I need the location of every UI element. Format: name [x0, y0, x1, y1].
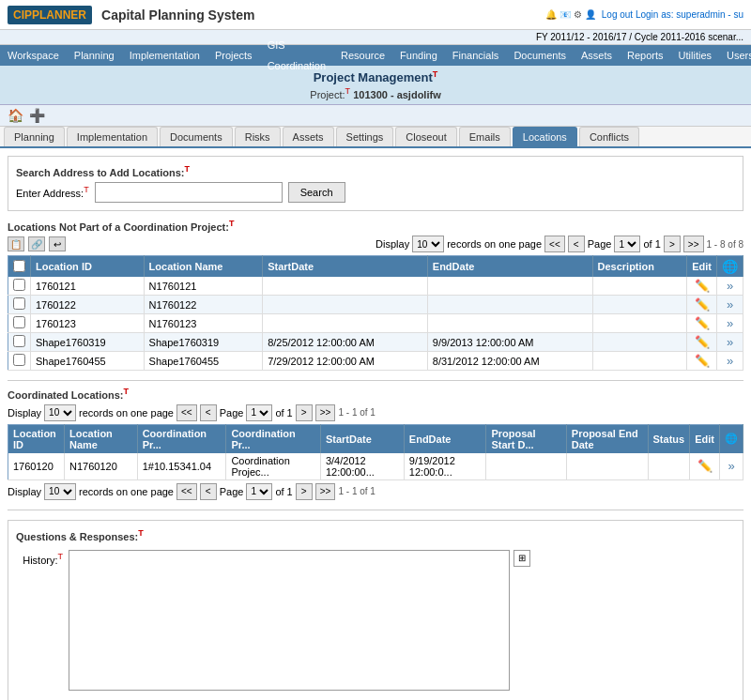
tab-settings[interactable]: Settings — [336, 127, 394, 146]
nav-icon[interactable]: » — [727, 354, 733, 368]
locations-display-select[interactable]: 102550 — [412, 236, 444, 252]
ccol-coord-pr1[interactable]: Coordination Pr... — [137, 424, 226, 453]
coordinated-table-title: Coordinated Locations:T — [8, 387, 743, 401]
edit-icon[interactable]: ✏️ — [695, 335, 710, 349]
tab-emails[interactable]: Emails — [459, 127, 511, 146]
ccol-location-id[interactable]: Location ID — [8, 424, 65, 453]
cnav-icon[interactable]: » — [728, 459, 734, 473]
nav-icon[interactable]: » — [727, 279, 733, 293]
col-edit: Edit — [687, 256, 717, 278]
ccol-prop-start[interactable]: Proposal Start D... — [486, 424, 566, 453]
globe-icon-2: 🌐 — [725, 433, 738, 444]
toolbar-icon-3[interactable]: ↩ — [49, 236, 66, 251]
nav-documents[interactable]: Documents — [506, 45, 574, 66]
row-checkbox[interactable] — [13, 316, 25, 328]
coord-b-last[interactable]: >> — [315, 483, 336, 500]
edit-icon[interactable]: ✏️ — [695, 316, 710, 330]
ccol-coord-pr2[interactable]: Coordination Pr... — [226, 424, 321, 453]
search-address-section: Search Address to Add Locations:T Enter … — [8, 156, 743, 211]
tab-documents[interactable]: Documents — [160, 127, 233, 146]
search-button[interactable]: Search — [288, 182, 345, 203]
locations-table: Location ID Location Name StartDate EndD… — [8, 255, 743, 371]
tab-locations[interactable]: Locations — [513, 127, 577, 146]
ccol-end[interactable]: EndDate — [404, 424, 486, 453]
col-location-name[interactable]: Location Name — [144, 256, 263, 278]
nav-workspace[interactable]: Workspace — [0, 45, 67, 66]
tab-planning[interactable]: Planning — [4, 127, 65, 146]
add-icon[interactable]: ➕ — [29, 108, 45, 123]
ccol-location-name[interactable]: Location Name — [65, 424, 138, 453]
coord-page-prev-btn[interactable]: < — [200, 404, 217, 421]
coord-b-first[interactable]: << — [176, 483, 197, 500]
edit-icon[interactable]: ✏️ — [695, 279, 710, 293]
tab-implementation[interactable]: Implementation — [67, 127, 158, 146]
col-start-date[interactable]: StartDate — [263, 256, 428, 278]
row-checkbox[interactable] — [13, 354, 25, 366]
logo-sub: PLANNER — [32, 8, 86, 22]
coord-b-range: 1 - 1 of 1 — [338, 486, 375, 496]
history-textarea[interactable] — [69, 550, 510, 691]
nav-financials[interactable]: Financials — [445, 45, 507, 66]
edit-icon[interactable]: ✏️ — [695, 297, 710, 312]
coord-page-first-btn[interactable]: << — [176, 404, 197, 421]
nav-icon[interactable]: » — [727, 316, 733, 330]
row-checkbox[interactable] — [13, 335, 25, 347]
cedit-icon[interactable]: ✏️ — [697, 459, 713, 473]
coordinated-page-select[interactable]: 1 — [246, 404, 272, 421]
toolbar-icon-2[interactable]: 🔗 — [28, 236, 45, 251]
nav-funding[interactable]: Funding — [392, 45, 445, 66]
ccol-status[interactable]: Status — [648, 424, 690, 453]
coordinated-pagination-top: Display 102550 records on one page << < … — [8, 404, 376, 421]
tab-assets[interactable]: Assets — [283, 127, 334, 146]
nav-icon[interactable]: » — [727, 297, 733, 312]
logout-link[interactable]: Log out Login as: superadmin - su — [602, 9, 743, 20]
coord-pag-bottom: Display 10 records on one page << < Page… — [8, 483, 376, 500]
tab-conflicts[interactable]: Conflicts — [579, 127, 639, 146]
col-description[interactable]: Description — [592, 256, 687, 278]
row-checkbox[interactable] — [13, 279, 25, 291]
edit-icon[interactable]: ✏️ — [695, 354, 710, 368]
locations-page-select[interactable]: 1 — [614, 236, 640, 252]
nav-assets[interactable]: Assets — [574, 45, 620, 66]
ccol-prop-end[interactable]: Proposal End Date — [566, 424, 648, 453]
history-expand-btn[interactable]: ⊞ — [513, 550, 530, 567]
address-input[interactable] — [95, 182, 283, 203]
page-next-btn[interactable]: > — [664, 236, 681, 252]
page-first-btn[interactable]: << — [544, 236, 565, 252]
row-checkbox[interactable] — [13, 297, 25, 310]
quick-nav: 🏠 ➕ — [0, 105, 751, 127]
coord-page-next-btn[interactable]: > — [296, 404, 313, 421]
table-row: 1760122 N1760122 ✏️ » — [8, 296, 743, 314]
coord-page-last-btn[interactable]: >> — [315, 404, 336, 421]
coord-b-next[interactable]: > — [296, 483, 313, 500]
cell-start-date: 8/25/2012 12:00:00 AM — [263, 333, 428, 352]
coordinated-display-select[interactable]: 102550 — [44, 404, 76, 421]
nav-users[interactable]: Users — [719, 45, 751, 66]
col-end-date[interactable]: EndDate — [427, 256, 592, 278]
nav-planning[interactable]: Planning — [67, 45, 122, 66]
locations-table-title: Locations Not Part of a Coordination Pro… — [8, 219, 743, 233]
ccol-start[interactable]: StartDate — [320, 424, 404, 453]
nav-resource[interactable]: Resource — [333, 45, 392, 66]
fy-info-bar: FY 2011/12 - 2016/17 / Cycle 2011-2016 s… — [0, 30, 751, 45]
cell-location-name: N1760122 — [144, 296, 263, 314]
globe-icon: 🌐 — [722, 259, 738, 274]
nav-projects[interactable]: Projects — [207, 45, 260, 66]
col-location-id[interactable]: Location ID — [31, 256, 145, 278]
coord-bottom-select[interactable]: 10 — [44, 483, 76, 500]
home-icon[interactable]: 🏠 — [8, 108, 23, 123]
nav-icon[interactable]: » — [727, 335, 733, 349]
page-prev-btn[interactable]: < — [568, 236, 585, 252]
tab-closeout[interactable]: Closeout — [395, 127, 456, 146]
tab-risks[interactable]: Risks — [235, 127, 281, 146]
cell-description — [592, 314, 687, 333]
sub-header: Project ManagementT Project:T 101300 - a… — [0, 66, 751, 105]
coord-b-page[interactable]: 1 — [246, 483, 272, 500]
select-all-checkbox[interactable] — [13, 260, 25, 272]
coord-b-prev[interactable]: < — [200, 483, 217, 500]
nav-implementation[interactable]: Implementation — [122, 45, 207, 66]
toolbar-icon-1[interactable]: 📋 — [8, 236, 24, 251]
nav-reports[interactable]: Reports — [620, 45, 671, 66]
nav-utilities[interactable]: Utilities — [671, 45, 719, 66]
page-last-btn[interactable]: >> — [683, 236, 704, 252]
